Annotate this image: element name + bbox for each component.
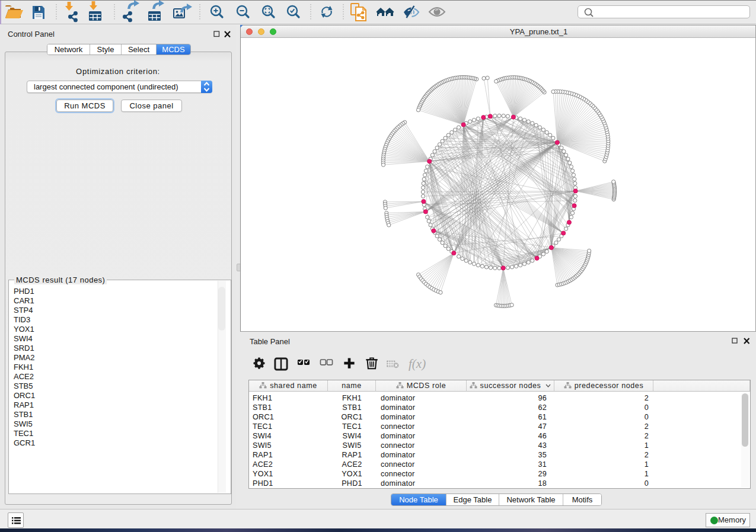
svg-text:f(x): f(x) — [409, 357, 426, 371]
